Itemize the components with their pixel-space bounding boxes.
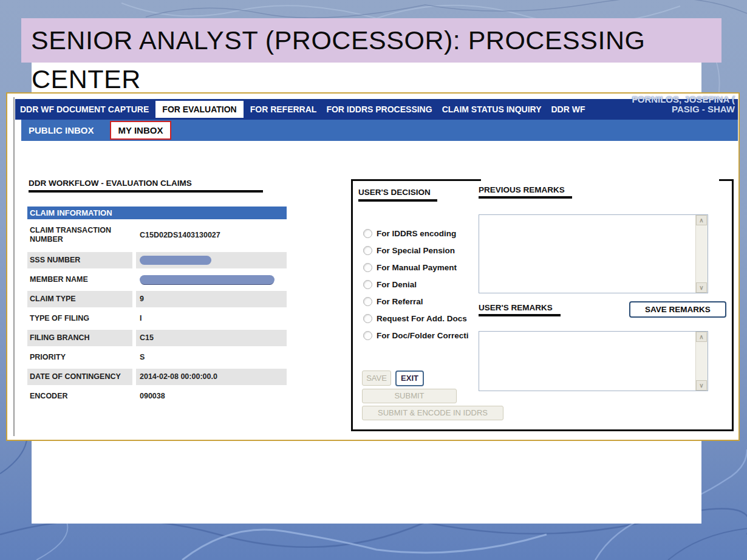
decision-panel-border-right xyxy=(732,179,734,431)
row-value: 2014-02-08 00:00:00.0 xyxy=(136,369,287,385)
row-value xyxy=(136,271,287,288)
row-value: C15D02DS1403130027 xyxy=(136,222,287,249)
nav-item-for-evaluation[interactable]: FOR EVALUATION xyxy=(155,101,243,118)
table-row: ENCODER 090038 xyxy=(27,388,287,405)
table-row: PRIORITY S xyxy=(27,349,287,366)
radio-label: For Denial xyxy=(377,280,417,289)
nav-item-for-referral[interactable]: FOR REFERRAL xyxy=(245,104,322,114)
claim-information-header: CLAIM INFORMATION xyxy=(27,207,287,219)
row-value: 9 xyxy=(136,291,287,307)
slide-title-line2: CENTER xyxy=(32,64,141,94)
exit-button[interactable]: EXIT xyxy=(395,370,424,386)
table-row: MEMBER NAME xyxy=(27,271,287,288)
row-value: S xyxy=(136,349,287,366)
decision-panel-border-bottom xyxy=(351,429,734,431)
users-remarks-underline xyxy=(479,314,561,316)
radio-option-request-add-docs[interactable]: Request For Add. Docs xyxy=(363,312,467,324)
users-decision-underline xyxy=(358,199,437,202)
users-remarks-heading: USER'S REMARKS xyxy=(479,303,553,312)
row-label: DATE OF CONTINGENCY xyxy=(27,369,132,385)
previous-remarks-heading: PREVIOUS REMARKS xyxy=(479,185,565,194)
nav-item-for-iddrs-processing[interactable]: FOR IDDRS PROCESSING xyxy=(321,104,437,114)
claim-information-table: CLAIM TRANSACTION NUMBER C15D02DS1403130… xyxy=(27,222,287,408)
inbox-subnav: PUBLIC INBOX MY INBOX xyxy=(21,120,738,141)
decision-panel-border-left xyxy=(351,179,353,431)
row-label: CLAIM TRANSACTION NUMBER xyxy=(27,222,132,249)
radio-icon[interactable] xyxy=(363,246,372,255)
radio-icon[interactable] xyxy=(363,229,372,238)
scrollbar[interactable]: ∧ ∨ xyxy=(695,332,708,391)
submit-encode-iddrs-button[interactable]: SUBMIT & ENCODE IN IDDRS xyxy=(362,406,503,420)
radio-icon[interactable] xyxy=(363,314,372,323)
radio-label: Request For Add. Docs xyxy=(377,314,467,323)
radio-icon[interactable] xyxy=(363,263,372,272)
radio-option-manual-payment[interactable]: For Manual Payment xyxy=(363,261,457,273)
logged-in-user: FORNILOS, JOSEFINA ( PASIG - SHAW xyxy=(632,95,735,114)
row-value xyxy=(136,252,287,268)
radio-option-special-pension[interactable]: For Special Pension xyxy=(363,244,455,256)
radio-option-referral[interactable]: For Referral xyxy=(363,295,423,307)
radio-icon[interactable] xyxy=(363,280,372,289)
window-frame-line xyxy=(13,97,15,436)
row-value: 090038 xyxy=(136,388,287,405)
table-row: CLAIM TRANSACTION NUMBER C15D02DS1403130… xyxy=(27,222,287,249)
page-title: DDR WORKFLOW - EVALUATION CLAIMS xyxy=(29,179,192,188)
radio-option-doc-folder-correction[interactable]: For Doc/Folder Correcti xyxy=(363,329,469,341)
tab-public-inbox[interactable]: PUBLIC INBOX xyxy=(21,125,101,135)
table-row: TYPE OF FILING I xyxy=(27,310,287,327)
decision-panel-border-top-right xyxy=(719,179,734,181)
scroll-down-icon[interactable]: ∨ xyxy=(696,282,707,293)
radio-icon[interactable] xyxy=(363,297,372,306)
radio-icon[interactable] xyxy=(363,331,372,340)
row-value: I xyxy=(136,310,287,327)
nav-item-claim-status-inquiry[interactable]: CLAIM STATUS INQUIRY xyxy=(437,104,547,114)
radio-label: For Referral xyxy=(377,297,423,306)
scrollbar[interactable]: ∧ ∨ xyxy=(695,215,708,293)
radio-label: For Special Pension xyxy=(377,246,455,255)
scroll-up-icon[interactable]: ∧ xyxy=(696,332,707,342)
radio-option-iddrs-encoding[interactable]: For IDDRS encoding xyxy=(363,227,456,239)
user-name: FORNILOS, JOSEFINA ( xyxy=(632,95,735,104)
row-label: SSS NUMBER xyxy=(27,252,132,268)
table-row: FILING BRANCH C15 xyxy=(27,330,287,346)
redacted-value xyxy=(140,256,211,265)
page-title-underline xyxy=(29,190,263,193)
row-label: PRIORITY xyxy=(27,349,132,366)
previous-remarks-textarea[interactable]: ∧ ∨ xyxy=(479,214,708,293)
nav-item-ddr-wf[interactable]: DDR WF xyxy=(546,104,590,114)
slide-title-bar: SENIOR ANALYST (PROCESSOR): PROCESSING xyxy=(21,18,721,63)
save-button[interactable]: SAVE xyxy=(362,370,391,386)
radio-label: For Manual Payment xyxy=(377,263,457,272)
scroll-up-icon[interactable]: ∧ xyxy=(696,215,707,225)
table-row: CLAIM TYPE 9 xyxy=(27,291,287,307)
tab-my-inbox[interactable]: MY INBOX xyxy=(110,121,172,140)
save-remarks-button[interactable]: SAVE REMARKS xyxy=(629,301,726,318)
users-decision-heading: USER'S DECISION xyxy=(358,188,431,197)
users-remarks-textarea[interactable]: ∧ ∨ xyxy=(479,331,708,391)
user-branch: PASIG - SHAW xyxy=(632,104,735,114)
row-label: TYPE OF FILING xyxy=(27,310,132,327)
redacted-value xyxy=(140,275,275,284)
radio-option-denial[interactable]: For Denial xyxy=(363,278,417,290)
row-label: ENCODER xyxy=(27,388,132,405)
table-row: DATE OF CONTINGENCY 2014-02-08 00:00:00.… xyxy=(27,369,287,385)
submit-button[interactable]: SUBMIT xyxy=(362,389,457,403)
app-window: DDR WF DOCUMENT CAPTURE FOR EVALUATION F… xyxy=(6,92,740,441)
slide-title-line1: SENIOR ANALYST (PROCESSOR): PROCESSING xyxy=(21,26,645,55)
previous-remarks-underline xyxy=(479,196,572,199)
scroll-down-icon[interactable]: ∨ xyxy=(696,380,707,391)
row-value: C15 xyxy=(136,330,287,346)
decision-panel-border-top-left xyxy=(351,179,481,181)
radio-label: For IDDRS encoding xyxy=(377,229,456,238)
row-label: CLAIM TYPE xyxy=(27,291,132,307)
nav-item-document-capture[interactable]: DDR WF DOCUMENT CAPTURE xyxy=(15,104,154,114)
radio-label: For Doc/Folder Correcti xyxy=(377,331,469,340)
row-label: MEMBER NAME xyxy=(27,271,132,288)
row-label: FILING BRANCH xyxy=(27,330,132,346)
table-row: SSS NUMBER xyxy=(27,252,287,268)
top-nav: DDR WF DOCUMENT CAPTURE FOR EVALUATION F… xyxy=(15,99,738,120)
